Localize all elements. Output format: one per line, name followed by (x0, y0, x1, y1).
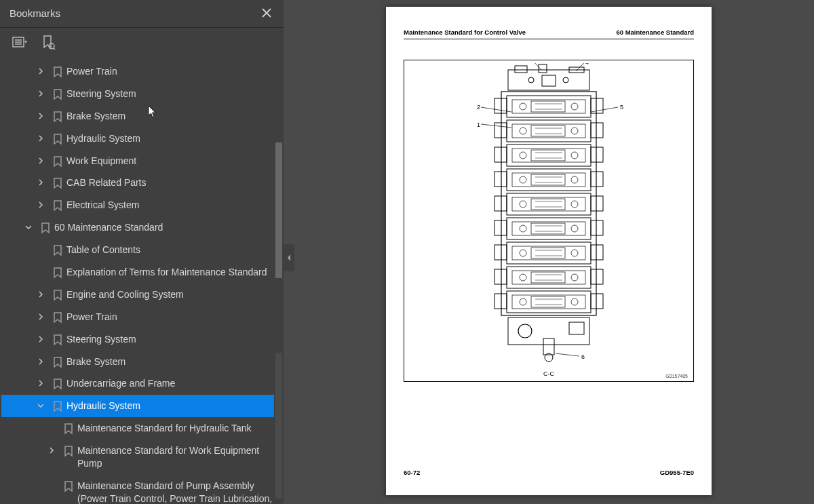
bookmark-item[interactable]: Maintenance Standard of Pump Assembly (P… (1, 475, 281, 504)
chevron-right-icon[interactable] (31, 288, 50, 298)
svg-rect-19 (531, 101, 565, 112)
chevron-right-icon[interactable] (31, 87, 50, 97)
bookmark-item[interactable]: Power Train (1, 306, 281, 328)
svg-point-11 (563, 77, 568, 83)
chevron-down-icon[interactable] (19, 220, 38, 231)
scrollbar-thumb[interactable] (275, 142, 282, 278)
chevron-right-icon[interactable] (42, 444, 61, 454)
svg-rect-68 (495, 245, 507, 260)
bookmark-icon (61, 444, 76, 457)
svg-rect-33 (507, 144, 591, 166)
chevron-right-icon[interactable] (31, 64, 50, 75)
bookmark-label: Steering System (65, 332, 278, 347)
svg-rect-12 (542, 75, 556, 86)
chevron-down-icon[interactable] (31, 399, 50, 409)
bookmark-icon (50, 198, 65, 212)
close-icon[interactable] (259, 5, 274, 20)
svg-rect-91 (531, 296, 565, 307)
chevron-right-icon[interactable] (31, 376, 50, 387)
bookmark-label: Brake System (65, 355, 278, 369)
bookmark-item[interactable]: Explanation of Terms for Maintenance Sta… (1, 261, 281, 284)
bookmark-icon (61, 421, 76, 435)
bookmark-icon (38, 220, 53, 234)
bookmark-label: Work Equipment (65, 154, 278, 168)
bookmark-item[interactable]: Engine and Cooling System (1, 284, 281, 306)
bookmark-label: Power Train (65, 310, 278, 324)
svg-rect-23 (495, 123, 507, 138)
bookmark-tree[interactable]: Power TrainSteering SystemBrake SystemHy… (0, 59, 284, 504)
bookmark-item[interactable]: Work Equipment (1, 150, 281, 172)
svg-rect-25 (591, 123, 603, 138)
list-view-icon[interactable] (12, 35, 28, 51)
svg-point-76 (571, 250, 578, 256)
bookmark-item[interactable]: Power Train (1, 60, 281, 83)
bookmark-item[interactable]: CAB Related Parts (1, 172, 281, 194)
svg-rect-88 (591, 294, 603, 309)
svg-point-96 (518, 324, 532, 338)
callout-1: 1 (477, 121, 480, 128)
bookmark-label: Maintenance Standard of Pump Assembly (P… (76, 479, 278, 504)
chevron-right-icon[interactable] (31, 132, 50, 142)
bookmark-label: 60 Maintenance Standard (53, 220, 278, 235)
chevron-right-icon[interactable] (31, 198, 50, 208)
svg-rect-89 (512, 295, 585, 309)
svg-rect-26 (512, 124, 585, 138)
chevron-right-icon[interactable] (31, 310, 50, 320)
svg-rect-60 (507, 218, 591, 239)
bookmark-item[interactable]: Maintenance Standard for Work Equipment … (1, 440, 281, 475)
svg-rect-50 (495, 196, 507, 211)
callout-3: 3 (531, 63, 535, 64)
bookmark-item[interactable]: Maintenance Standard for Hydraulic Tank (1, 417, 281, 440)
svg-rect-61 (591, 220, 603, 235)
bookmark-item[interactable]: Table of Contents (1, 239, 281, 261)
bookmark-label: Maintenance Standard for Work Equipment … (76, 444, 278, 471)
bookmark-item[interactable]: Steering System (1, 328, 281, 351)
svg-rect-59 (495, 220, 507, 235)
chevron-right-icon[interactable] (31, 176, 50, 186)
bookmark-icon (50, 176, 65, 189)
bookmark-label: Steering System (65, 87, 278, 101)
svg-point-85 (571, 274, 578, 281)
chevron-right-icon (42, 479, 61, 482)
svg-point-54 (520, 201, 526, 208)
scrollbar-thumb-secondary[interactable] (275, 353, 282, 499)
bookmark-icon (50, 64, 65, 78)
svg-rect-73 (531, 248, 565, 258)
chevron-right-icon (31, 243, 50, 246)
svg-rect-17 (512, 100, 585, 113)
page-number: 60-72 (404, 469, 420, 476)
chevron-right-icon[interactable] (31, 355, 50, 365)
scrollbar-track[interactable] (274, 68, 284, 502)
chevron-right-icon (42, 421, 61, 425)
bookmark-label: Undercarriage and Frame (65, 376, 278, 391)
sidebar-title: Bookmarks (9, 7, 60, 19)
bookmark-find-icon[interactable] (41, 35, 57, 51)
callout-6: 6 (581, 353, 585, 360)
document-viewer[interactable]: Maintenance Standard for Control Valve 6… (284, 0, 814, 504)
chevron-right-icon[interactable] (31, 154, 50, 164)
svg-point-22 (571, 103, 578, 110)
bookmark-item[interactable]: Brake System (1, 351, 281, 373)
bookmark-label: Power Train (65, 64, 278, 79)
svg-rect-77 (495, 269, 507, 284)
bookmark-item[interactable]: Brake System (1, 105, 281, 128)
chevron-right-icon[interactable] (31, 109, 50, 119)
bookmark-item[interactable]: Hydraulic System (1, 395, 281, 417)
bookmark-icon (50, 332, 65, 346)
pdf-page: Maintenance Standard for Control Valve 6… (386, 7, 712, 495)
bookmark-item[interactable]: 60 Maintenance Standard (1, 216, 281, 239)
svg-rect-51 (507, 193, 591, 215)
svg-rect-37 (531, 150, 565, 161)
bookmark-item[interactable]: Steering System (1, 83, 281, 105)
bookmark-item[interactable]: Electrical System (1, 194, 281, 216)
svg-rect-41 (495, 172, 507, 187)
svg-rect-52 (591, 196, 603, 211)
collapse-sidebar-icon[interactable] (284, 244, 294, 271)
bookmark-item[interactable]: Undercarriage and Frame (1, 372, 281, 395)
chevron-right-icon[interactable] (31, 332, 50, 343)
svg-rect-15 (507, 96, 591, 117)
svg-point-45 (520, 176, 526, 183)
bookmark-item[interactable]: Hydraulic System (1, 128, 281, 150)
svg-point-49 (571, 176, 578, 183)
bookmark-icon (50, 154, 65, 168)
